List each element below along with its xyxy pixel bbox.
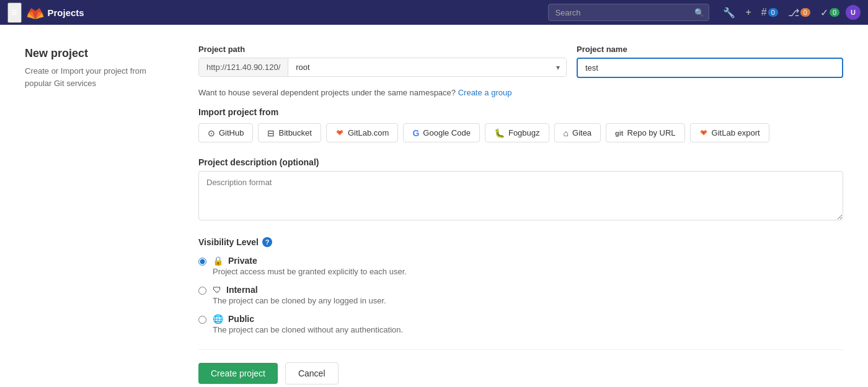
visibility-private-desc: Project access must be granted explicitl… bbox=[213, 267, 407, 276]
page-layout: New project Create or Import your projec… bbox=[25, 45, 843, 385]
page-content: New project Create or Import your projec… bbox=[0, 25, 868, 387]
import-section-label: Import project from bbox=[198, 107, 843, 117]
visibility-internal-radio[interactable] bbox=[198, 287, 206, 295]
description-label: Project description (optional) bbox=[198, 157, 843, 167]
visibility-internal-item: 🛡 Internal The project can be cloned by … bbox=[198, 285, 843, 305]
bitbucket-label: Bitbucket bbox=[278, 128, 311, 137]
visibility-title: Visibility Level bbox=[198, 237, 259, 247]
main-area: New project Create or Import your projec… bbox=[0, 25, 868, 387]
visibility-public-label: Public bbox=[228, 314, 254, 324]
visibility-header: Visibility Level ? bbox=[198, 237, 843, 247]
github-icon: ⊙ bbox=[208, 128, 215, 138]
shield-icon: 🛡 bbox=[213, 285, 221, 295]
import-googlecode-button[interactable]: G Google Code bbox=[403, 123, 480, 142]
user-avatar[interactable]: U bbox=[846, 5, 861, 20]
description-textarea[interactable] bbox=[198, 171, 843, 220]
path-prefix: http://121.40.90.120/ bbox=[199, 58, 288, 76]
visibility-private-item: 🔒 Private Project access must be granted… bbox=[198, 256, 843, 276]
visibility-private-radio[interactable] bbox=[198, 258, 206, 266]
project-path-label: Project path bbox=[198, 45, 567, 54]
gitlabcom-label: GitLab.com bbox=[348, 128, 389, 137]
visibility-public-radio[interactable] bbox=[198, 316, 206, 324]
todos-button[interactable]: ✓0 bbox=[817, 4, 843, 21]
globe-icon: 🌐 bbox=[213, 314, 223, 324]
visibility-radio-group: 🔒 Private Project access must be granted… bbox=[198, 256, 843, 334]
navbar: ≡ Projects 🔍 🔧 + #0 ⎇0 ✓0 U bbox=[0, 0, 868, 25]
project-path-group: Project path http://121.40.90.120/ root … bbox=[198, 45, 567, 77]
visibility-section: Visibility Level ? 🔒 Private bbox=[198, 237, 843, 334]
fogbugz-icon: 🐛 bbox=[494, 128, 505, 138]
repobyurl-label: Repo by URL bbox=[627, 128, 676, 137]
todos-badge: 0 bbox=[830, 8, 839, 17]
page-title: New project bbox=[25, 47, 161, 60]
page-description: Create or Import your project from popul… bbox=[25, 65, 161, 89]
import-gitlabexport-button[interactable]: GitLab export bbox=[690, 123, 769, 142]
repobyurl-icon: git bbox=[615, 129, 623, 137]
gitlab-logo[interactable]: Projects bbox=[27, 4, 84, 21]
visibility-help-icon[interactable]: ? bbox=[262, 237, 272, 247]
visibility-public-item: 🌐 Public The project can be cloned witho… bbox=[198, 314, 843, 334]
cancel-button[interactable]: Cancel bbox=[285, 362, 339, 385]
form-divider bbox=[198, 349, 843, 350]
import-repobyurl-button[interactable]: git Repo by URL bbox=[606, 123, 685, 142]
plus-button[interactable]: + bbox=[742, 4, 755, 20]
import-buttons-group: ⊙ GitHub ⊟ Bitbucket GitLab.com bbox=[198, 123, 843, 142]
hamburger-button[interactable]: ≡ bbox=[7, 2, 22, 23]
gitlabcom-icon bbox=[335, 128, 344, 138]
path-name-row: Project path http://121.40.90.120/ root … bbox=[198, 45, 843, 78]
import-github-button[interactable]: ⊙ GitHub bbox=[198, 123, 253, 142]
path-select-wrapper: root ▾ bbox=[288, 58, 566, 76]
issues-button[interactable]: #0 bbox=[758, 4, 782, 20]
import-bitbucket-button[interactable]: ⊟ Bitbucket bbox=[258, 123, 321, 142]
search-icon: 🔍 bbox=[694, 8, 704, 17]
gitea-label: Gitea bbox=[572, 128, 591, 137]
issues-badge: 0 bbox=[768, 8, 778, 17]
import-fogbugz-button[interactable]: 🐛 Fogbugz bbox=[485, 123, 549, 142]
import-gitlabcom-button[interactable]: GitLab.com bbox=[326, 123, 398, 142]
wrench-button[interactable]: 🔧 bbox=[719, 4, 739, 21]
create-project-button[interactable]: Create project bbox=[198, 363, 278, 384]
visibility-private-label: Private bbox=[228, 256, 257, 266]
gitlabexport-icon bbox=[699, 128, 708, 138]
app-title: Projects bbox=[48, 7, 84, 18]
visibility-internal-label: Internal bbox=[226, 285, 258, 295]
github-label: GitHub bbox=[219, 128, 244, 137]
left-panel: New project Create or Import your projec… bbox=[25, 45, 161, 385]
navbar-actions: 🔧 + #0 ⎇0 ✓0 U bbox=[719, 4, 861, 21]
description-group: Project description (optional) bbox=[198, 157, 843, 222]
search-bar: 🔍 bbox=[548, 4, 709, 21]
googlecode-label: Google Code bbox=[423, 128, 471, 137]
googlecode-icon: G bbox=[412, 128, 419, 138]
bitbucket-icon: ⊟ bbox=[267, 128, 275, 138]
merge-requests-button[interactable]: ⎇0 bbox=[784, 4, 814, 21]
gitea-icon: ⌂ bbox=[564, 128, 569, 138]
action-buttons: Create project Cancel bbox=[198, 362, 843, 385]
lock-icon: 🔒 bbox=[213, 256, 223, 266]
import-gitea-button[interactable]: ⌂ Gitea bbox=[554, 123, 601, 142]
search-input[interactable] bbox=[548, 4, 709, 21]
namespace-notice: Want to house several dependent projects… bbox=[198, 88, 843, 97]
visibility-internal-desc: The project can be cloned by any logged … bbox=[213, 296, 386, 305]
create-group-link[interactable]: Create a group bbox=[458, 88, 512, 97]
fogbugz-label: Fogbugz bbox=[508, 128, 540, 137]
project-name-group: Project name bbox=[577, 45, 843, 78]
gitlabexport-label: GitLab export bbox=[712, 128, 760, 137]
project-name-input[interactable] bbox=[577, 58, 843, 78]
project-name-label: Project name bbox=[577, 45, 843, 54]
visibility-public-desc: The project can be cloned without any au… bbox=[213, 325, 403, 334]
namespace-select[interactable]: root bbox=[288, 58, 566, 76]
path-input-wrapper: http://121.40.90.120/ root ▾ bbox=[198, 58, 567, 77]
mr-badge: 0 bbox=[800, 8, 810, 17]
right-panel: Project path http://121.40.90.120/ root … bbox=[198, 45, 843, 385]
